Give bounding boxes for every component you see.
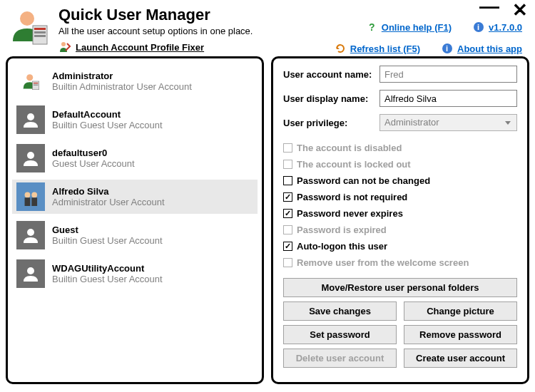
- remove-password-button[interactable]: Remove password: [404, 325, 517, 344]
- user-item[interactable]: Alfredo SilvaAdministrator User Account: [12, 180, 258, 214]
- info-icon: i: [473, 21, 484, 33]
- user-name: DefaultAccount: [52, 109, 163, 120]
- check-row[interactable]: Password is not required: [283, 192, 517, 202]
- close-button[interactable]: ✕: [512, 3, 528, 17]
- minimize-button[interactable]: —: [479, 3, 499, 17]
- header-links-row1: ? Online help (F1) i v1.7.0.0: [366, 21, 522, 33]
- user-info: Alfredo SilvaAdministrator User Account: [52, 186, 165, 207]
- user-info: DefaultAccountBuiltin Guest User Account: [52, 109, 163, 130]
- display-name-label: User display name:: [283, 93, 379, 104]
- avatar: [16, 105, 45, 134]
- refresh-link[interactable]: Refresh list (F5): [335, 43, 420, 54]
- check-row: Password is expired: [283, 225, 517, 235]
- svg-point-15: [27, 113, 34, 120]
- svg-text:?: ?: [369, 21, 375, 33]
- details-panel: User account name: User display name: Us…: [271, 56, 529, 384]
- version-link[interactable]: i v1.7.0.0: [473, 21, 522, 33]
- about-link[interactable]: i About this app: [442, 43, 522, 54]
- header-links-row2: Refresh list (F5) i About this app: [335, 43, 522, 54]
- check-row[interactable]: Auto-logon this user: [283, 241, 517, 252]
- button-group: Move/Restore user personal folders Save …: [283, 278, 517, 368]
- app-icon: [9, 6, 51, 48]
- checkbox[interactable]: [283, 192, 292, 202]
- privilege-label: User privilege:: [283, 118, 379, 128]
- check-row: The account is locked out: [283, 159, 517, 170]
- user-item[interactable]: GuestBuiltin Guest User Account: [12, 218, 258, 252]
- user-name: Alfredo Silva: [52, 186, 165, 197]
- avatar: [16, 182, 45, 211]
- change-picture-button[interactable]: Change picture: [404, 301, 517, 321]
- user-name: defaultuser0: [52, 148, 135, 158]
- privilege-row: User privilege: Administrator: [283, 114, 517, 131]
- move-restore-button[interactable]: Move/Restore user personal folders: [283, 278, 517, 297]
- user-desc: Administrator User Account: [52, 197, 165, 207]
- checkbox[interactable]: [283, 242, 292, 251]
- help-icon: ?: [366, 21, 377, 33]
- body: AdministratorBuiltin Administrator User …: [0, 56, 535, 390]
- avatar: [16, 259, 45, 288]
- window-controls: — ✕: [479, 3, 528, 17]
- user-item[interactable]: defaultuser0Guest User Account: [12, 141, 258, 175]
- svg-rect-3: [34, 31, 46, 33]
- delete-user-button[interactable]: Delete user account: [283, 349, 397, 368]
- user-desc: Builtin Administrator User Account: [52, 81, 192, 92]
- checkbox: [283, 258, 292, 267]
- check-label: The account is locked out: [297, 159, 411, 170]
- check-row[interactable]: Password can not be changed: [283, 175, 517, 186]
- set-password-button[interactable]: Set password: [283, 325, 397, 344]
- user-desc: Guest User Account: [52, 158, 135, 169]
- checkbox: [283, 143, 292, 153]
- svg-rect-21: [31, 197, 37, 206]
- svg-point-0: [20, 11, 34, 26]
- svg-rect-2: [34, 28, 46, 30]
- user-desc: Builtin Guest User Account: [52, 235, 163, 246]
- svg-rect-14: [34, 85, 39, 86]
- user-item[interactable]: DefaultAccountBuiltin Guest User Account: [12, 103, 258, 137]
- checkbox: [283, 225, 292, 234]
- user-list-panel: AdministratorBuiltin Administrator User …: [6, 56, 264, 384]
- svg-point-20: [31, 192, 37, 198]
- svg-text:i: i: [477, 23, 479, 31]
- svg-rect-4: [34, 35, 46, 37]
- account-name-input[interactable]: [379, 66, 517, 83]
- create-user-button[interactable]: Create user account: [404, 349, 517, 368]
- display-name-input[interactable]: [379, 90, 517, 107]
- svg-point-5: [61, 42, 66, 46]
- user-item[interactable]: WDAGUtilityAccountBuiltin Guest User Acc…: [12, 257, 258, 291]
- user-item[interactable]: AdministratorBuiltin Administrator User …: [12, 64, 258, 98]
- check-label: Password is not required: [297, 192, 407, 202]
- user-info: defaultuser0Guest User Account: [52, 148, 135, 169]
- save-button[interactable]: Save changes: [283, 301, 397, 321]
- display-name-row: User display name:: [283, 90, 517, 107]
- checkbox-group: The account is disabledThe account is lo…: [283, 143, 517, 268]
- svg-point-18: [25, 192, 31, 198]
- user-desc: Builtin Guest User Account: [52, 120, 163, 130]
- user-info: AdministratorBuiltin Administrator User …: [52, 71, 192, 92]
- launch-fixer-link[interactable]: Launch Account Profile Fixer: [76, 42, 204, 53]
- check-label: Password can not be changed: [297, 175, 430, 186]
- user-name: Administrator: [52, 71, 192, 81]
- avatar: [16, 144, 45, 172]
- checkbox: [283, 160, 292, 169]
- check-label: Auto-logon this user: [297, 241, 387, 252]
- check-label: Password never expires: [297, 208, 403, 219]
- check-label: The account is disabled: [297, 143, 402, 153]
- checkbox[interactable]: [283, 176, 292, 185]
- svg-point-23: [27, 267, 34, 274]
- info-icon: i: [442, 43, 453, 54]
- online-help-link[interactable]: ? Online help (F1): [366, 21, 452, 33]
- svg-text:i: i: [446, 44, 448, 53]
- avatar: [16, 221, 45, 249]
- user-info: WDAGUtilityAccountBuiltin Guest User Acc…: [52, 263, 163, 284]
- check-row: The account is disabled: [283, 143, 517, 153]
- check-row[interactable]: Password never expires: [283, 208, 517, 219]
- checkbox[interactable]: [283, 209, 292, 218]
- refresh-icon: [335, 43, 346, 54]
- user-name: WDAGUtilityAccount: [52, 263, 163, 274]
- app-window: — ✕ Quick User Manager All the user acco…: [0, 0, 535, 392]
- check-row: Remove user from the welcome screen: [283, 257, 517, 268]
- svg-point-22: [27, 229, 34, 236]
- account-name-row: User account name:: [283, 66, 517, 83]
- privilege-select[interactable]: Administrator: [379, 114, 517, 131]
- check-label: Remove user from the welcome screen: [297, 257, 469, 268]
